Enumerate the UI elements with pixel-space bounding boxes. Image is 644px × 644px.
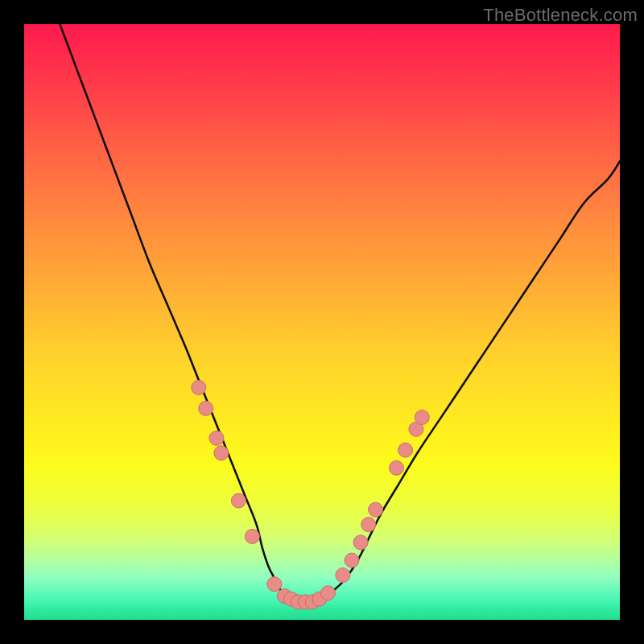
- data-point: [245, 529, 259, 543]
- data-point: [353, 535, 368, 550]
- data-point: [209, 431, 224, 445]
- plot-area: [24, 24, 620, 620]
- watermark-text: TheBottleneck.com: [483, 5, 638, 26]
- bottleneck-curve: [60, 24, 620, 603]
- data-point: [267, 577, 282, 592]
- data-point: [214, 446, 229, 460]
- data-point: [398, 443, 413, 457]
- chart-frame: TheBottleneck.com: [0, 0, 644, 644]
- data-point: [345, 553, 359, 568]
- data-point: [231, 493, 246, 508]
- data-point: [192, 380, 206, 394]
- data-point: [336, 568, 350, 583]
- chart-svg: [24, 24, 620, 620]
- data-point: [199, 401, 213, 415]
- data-points: [192, 380, 430, 609]
- data-point: [415, 410, 429, 424]
- data-point: [390, 460, 404, 475]
- data-point: [361, 518, 376, 532]
- data-point: [320, 586, 335, 601]
- data-point: [369, 502, 383, 517]
